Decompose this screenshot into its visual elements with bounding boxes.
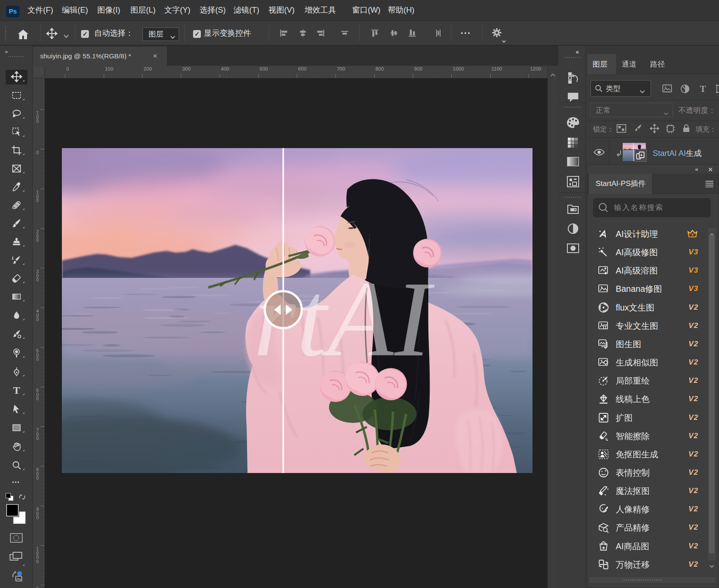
svg-text:S: S: [691, 233, 693, 237]
svg-text:T: T: [13, 385, 20, 395]
svg-text:T: T: [604, 325, 607, 329]
svg-text:T: T: [700, 84, 706, 94]
